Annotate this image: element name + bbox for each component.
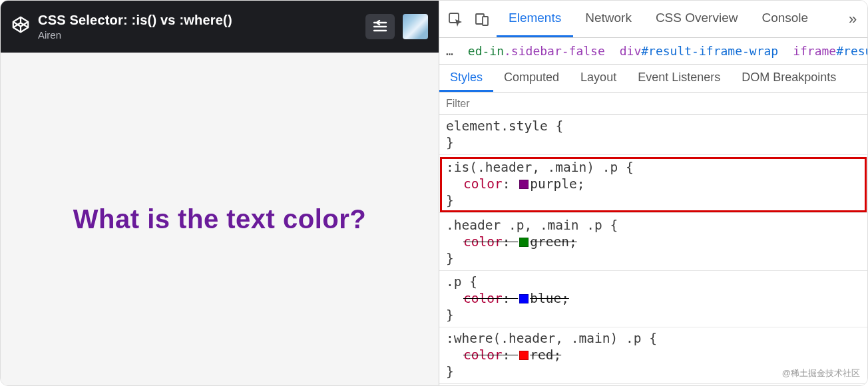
color-swatch-icon[interactable] [519,238,529,247]
devtools-panel: Elements Network CSS Overview Console » … [439,1,867,385]
styles-filter-row [439,93,867,115]
svg-rect-8 [483,17,488,25]
css-rule[interactable]: :where(.header, .main) .p {color: red;} [439,327,867,384]
codepen-logo-icon [11,15,30,34]
css-declaration[interactable]: color: purple; [446,176,861,192]
codepen-panel: CSS Selector: :is() vs :where() Airen Wh… [1,1,439,385]
breadcrumb-item[interactable]: ed-in.sidebar-false [468,44,605,58]
subtab-event-listeners[interactable]: Event Listeners [627,65,731,92]
tab-console[interactable]: Console [750,1,820,37]
breadcrumb-ellipsis[interactable]: … [446,44,453,58]
css-declaration[interactable]: color: green; [446,234,861,250]
css-declaration[interactable]: color: blue; [446,290,861,307]
subtab-layout[interactable]: Layout [570,65,627,92]
inspect-icon[interactable] [443,7,467,31]
css-declaration[interactable]: color: red; [446,347,861,363]
rule-selector[interactable]: :where(.header, .main) .p [446,331,642,346]
devtools-main-tabs: Elements Network CSS Overview Console [497,1,839,37]
devtools-top-bar: Elements Network CSS Overview Console » [439,1,867,38]
rule-selector[interactable]: element.style [446,118,548,134]
color-swatch-icon[interactable] [519,294,529,303]
css-rule[interactable]: .p {color: blue;} [439,271,867,327]
rule-selector[interactable]: :is(.header, .main) .p [446,160,618,175]
rule-selector[interactable]: .p [446,274,461,290]
menu-button[interactable] [365,14,395,39]
pen-title: CSS Selector: :is() vs :where() [38,13,357,28]
preview-area: What is the text color? [1,53,439,385]
dom-breadcrumb[interactable]: … ed-in.sidebar-false div#result-iframe-… [439,38,867,65]
breadcrumb-item[interactable]: div#result-iframe-wrap [620,44,778,58]
tab-elements[interactable]: Elements [497,1,573,37]
subtab-styles[interactable]: Styles [439,65,493,92]
css-rule[interactable]: :is(.header, .main) .p {color: purple;} [439,156,867,213]
pen-title-wrap: CSS Selector: :is() vs :where() Airen [38,13,357,41]
tab-css-overview[interactable]: CSS Overview [644,1,750,37]
subtab-dom-breakpoints[interactable]: DOM Breakpoints [731,65,847,92]
color-swatch-icon[interactable] [519,351,529,360]
tabs-overflow-icon[interactable]: » [842,11,863,28]
rule-selector[interactable]: .header .p, .main .p [446,218,602,233]
tab-network[interactable]: Network [573,1,644,37]
device-toggle-icon[interactable] [470,7,494,31]
codepen-header: CSS Selector: :is() vs :where() Airen [1,1,439,53]
preview-text: What is the text color? [73,204,366,234]
styles-list: element.style {}:is(.header, .main) .p {… [439,115,867,385]
css-rule[interactable]: element.style {} [439,115,867,155]
pen-author[interactable]: Airen [38,29,357,41]
styles-filter-input[interactable] [446,98,861,110]
styles-sub-tabs: Styles Computed Layout Event Listeners D… [439,65,867,93]
color-swatch-icon[interactable] [519,180,529,189]
breadcrumb-item[interactable]: iframe#result.result-iframe [793,44,867,58]
css-rule[interactable]: .header .p, .main .p {color: green;} [439,214,867,271]
subtab-computed[interactable]: Computed [493,65,570,92]
avatar[interactable] [403,14,428,39]
